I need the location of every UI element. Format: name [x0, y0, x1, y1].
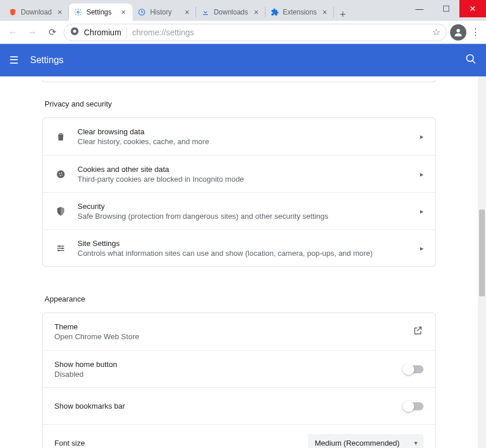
previous-card-edge: [42, 80, 436, 82]
row-subtitle: Safe Browsing (protection from dangerous…: [78, 212, 410, 221]
omnibox-app-label: Chromium: [84, 28, 122, 37]
trash-icon: [54, 131, 67, 142]
svg-point-14: [58, 249, 60, 251]
hamburger-icon[interactable]: ☰: [9, 54, 19, 67]
svg-point-9: [61, 172, 62, 173]
omnibox[interactable]: Chromium chrome://settings ☆: [64, 24, 447, 41]
gear-icon: [73, 8, 83, 17]
row-title: Security: [78, 202, 410, 211]
row-subtitle: Controls what information sites can use …: [78, 249, 410, 258]
puzzle-icon: [270, 8, 279, 17]
close-icon[interactable]: ×: [320, 8, 329, 17]
profile-avatar[interactable]: [450, 24, 466, 41]
tab-extensions[interactable]: Extensions ×: [266, 3, 334, 21]
row-subtitle: Third-party cookies are blocked in Incog…: [78, 175, 410, 183]
chevron-right-icon: ▸: [420, 207, 424, 215]
chevron-right-icon: ▸: [420, 170, 424, 178]
window-close-button[interactable]: ✕: [459, 0, 486, 17]
tab-label: History: [150, 8, 179, 16]
svg-point-0: [78, 11, 80, 13]
shield-icon: [54, 206, 67, 216]
svg-point-8: [59, 172, 60, 174]
page-title: Settings: [30, 55, 454, 65]
cookie-icon: [54, 169, 67, 179]
chevron-right-icon: ▸: [420, 133, 424, 141]
brave-icon: [8, 8, 17, 17]
tab-settings[interactable]: Settings ×: [69, 3, 132, 21]
row-title: Show home button: [54, 360, 393, 369]
svg-point-10: [60, 175, 61, 176]
dropdown-value: Medium (Recommended): [315, 439, 400, 447]
external-link-icon: [412, 325, 424, 339]
browser-toolbar: ← → ⟳ Chromium chrome://settings ☆ ⋮: [0, 21, 486, 44]
svg-point-5: [467, 54, 474, 61]
row-title: Show bookmarks bar: [54, 402, 393, 410]
new-tab-button[interactable]: +: [334, 9, 351, 21]
row-clear-browsing-data[interactable]: Clear browsing data Clear history, cooki…: [43, 118, 435, 155]
section-title-privacy: Privacy and security: [45, 100, 436, 108]
close-icon[interactable]: ×: [252, 8, 261, 17]
chevron-right-icon: ▸: [420, 244, 424, 252]
svg-point-4: [456, 29, 460, 32]
back-button[interactable]: ←: [5, 24, 21, 41]
menu-button[interactable]: ⋮: [470, 27, 481, 38]
scrollbar-thumb[interactable]: [479, 210, 485, 296]
svg-point-11: [62, 174, 63, 175]
close-icon[interactable]: ×: [182, 8, 192, 17]
search-icon[interactable]: [465, 53, 477, 68]
forward-button[interactable]: →: [24, 24, 41, 41]
row-title: Cookies and other site data: [78, 165, 410, 174]
row-subtitle: Disabled: [54, 370, 393, 379]
home-button-toggle[interactable]: [404, 365, 424, 373]
bookmark-star-icon[interactable]: ☆: [432, 27, 440, 38]
appearance-card: Theme Open Chrome Web Store Show home bu…: [42, 313, 436, 448]
svg-line-6: [473, 60, 476, 63]
section-title-appearance: Appearance: [45, 295, 436, 303]
svg-point-13: [62, 247, 64, 249]
window-maximize-button[interactable]: ☐: [433, 0, 459, 17]
row-security[interactable]: Security Safe Browsing (protection from …: [43, 192, 435, 229]
reload-button[interactable]: ⟳: [44, 24, 60, 41]
privacy-card: Clear browsing data Clear history, cooki…: [42, 117, 436, 267]
row-theme[interactable]: Theme Open Chrome Web Store: [43, 313, 435, 350]
download-icon: [201, 8, 210, 17]
settings-header: ☰ Settings: [0, 44, 486, 76]
tab-history[interactable]: History ×: [132, 3, 196, 21]
row-show-bookmarks-bar: Show bookmarks bar: [43, 387, 435, 424]
omnibox-url: chrome://settings: [126, 27, 198, 38]
row-title: Clear browsing data: [78, 127, 410, 136]
row-show-home-button: Show home button Disabled: [43, 350, 435, 387]
settings-content: Privacy and security Clear browsing data…: [0, 76, 478, 448]
svg-point-12: [58, 245, 60, 247]
tab-label: Extensions: [283, 8, 317, 16]
row-title: Theme: [54, 322, 402, 331]
row-subtitle: Clear history, cookies, cache, and more: [78, 137, 410, 146]
row-site-settings[interactable]: Site Settings Controls what information …: [43, 229, 435, 266]
tab-label: Download: [21, 8, 51, 16]
history-icon: [137, 8, 146, 17]
svg-point-3: [73, 30, 76, 32]
tab-downloads[interactable]: Downloads ×: [196, 3, 265, 21]
tab-label: Settings: [86, 8, 115, 16]
bookmarks-bar-toggle[interactable]: [404, 402, 424, 410]
close-icon[interactable]: ×: [119, 8, 128, 17]
row-cookies[interactable]: Cookies and other site data Third-party …: [43, 155, 435, 192]
close-icon[interactable]: ×: [55, 8, 64, 17]
row-title: Site Settings: [78, 239, 410, 248]
row-font-size: Font size Medium (Recommended): [43, 424, 435, 448]
sliders-icon: [54, 243, 67, 254]
svg-point-7: [57, 170, 65, 178]
tab-download[interactable]: Download ×: [3, 3, 69, 21]
tab-label: Downloads: [213, 8, 248, 16]
row-title: Font size: [54, 439, 297, 447]
scrollbar-track[interactable]: [478, 76, 486, 448]
chromium-icon: [70, 27, 79, 38]
window-minimize-button[interactable]: —: [406, 0, 433, 17]
row-subtitle: Open Chrome Web Store: [54, 332, 402, 341]
font-size-dropdown[interactable]: Medium (Recommended): [308, 434, 424, 449]
